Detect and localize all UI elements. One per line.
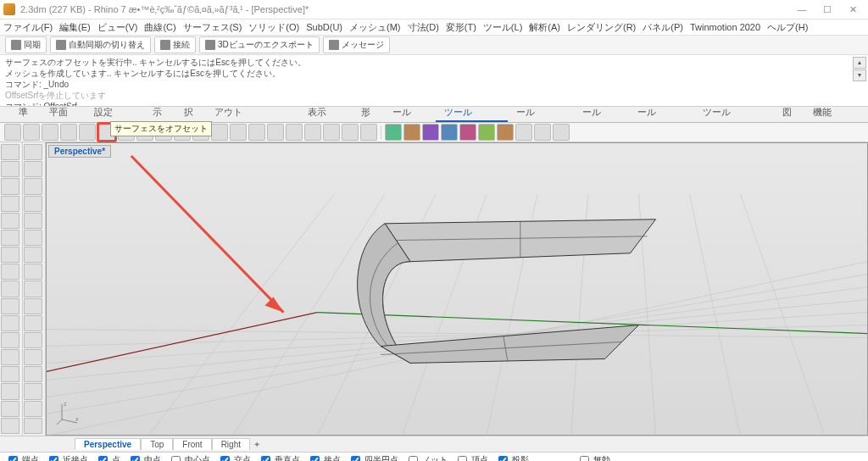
menu-render[interactable]: レンダリング(R) [567,21,636,34]
tool-icon[interactable] [534,124,551,141]
tool-icon[interactable] [441,124,458,141]
viewtab-perspective[interactable]: Perspective [75,438,141,450]
tool-icon[interactable] [497,124,514,141]
tool-icon[interactable] [515,124,532,141]
tool-icon[interactable] [24,161,42,177]
tool-icon[interactable] [24,264,42,280]
tool-icon[interactable] [459,124,476,141]
tool-icon[interactable] [1,366,19,382]
menu-tools[interactable]: ツール(L) [483,21,522,34]
side-toolbar-left [0,142,23,436]
menu-dim[interactable]: 寸法(D) [408,21,439,34]
viewtab-right[interactable]: Right [212,438,250,450]
menu-file[interactable]: ファイル(F) [3,21,53,34]
menu-panel[interactable]: パネル(P) [643,21,683,34]
svg-text:z: z [64,401,67,407]
tool-icon[interactable] [42,124,58,141]
tool-icon[interactable] [1,213,19,229]
tool-icon[interactable] [385,124,402,141]
osnap-bar: 端点 近接点 点 中点 中心点 交点 垂直点 接点 四半円点 ノット 頂点 投影… [0,452,868,461]
tool-icon[interactable] [24,418,42,434]
tool-icon[interactable] [1,230,19,246]
menu-analyze[interactable]: 解析(A) [529,21,560,34]
sync-button[interactable]: 同期 [5,36,47,53]
tool-icon[interactable] [24,401,42,417]
tool-icon[interactable] [4,124,21,141]
model-surface [358,219,656,364]
menu-view[interactable]: ビュー(V) [97,21,138,34]
tool-icon[interactable] [24,196,42,212]
connect-button[interactable]: 接続 [154,36,196,53]
tool-icon[interactable] [24,178,42,194]
osnap-end: 端点 [5,453,39,462]
maximize-button[interactable]: ☐ [815,2,839,17]
tool-icon[interactable] [1,264,19,280]
menu-help[interactable]: ヘルプ(H) [767,21,808,34]
osnap-near: 近接点 [46,453,88,462]
tool-icon[interactable] [24,366,42,382]
viewport[interactable]: Perspective* [46,142,868,436]
tool-icon[interactable] [1,161,19,177]
tool-icon[interactable] [1,332,19,348]
cmd-scroll-up-icon[interactable]: ▴ [853,57,866,69]
tool-icon[interactable] [1,144,19,160]
viewport-canvas [47,143,867,436]
command-area[interactable]: サーフェスのオフセットを実行中.. キャンセルするにはEscを押してください。 … [0,55,868,107]
tool-icon[interactable] [1,349,19,365]
menu-mesh[interactable]: メッシュ(M) [349,21,401,34]
tool-icon[interactable] [1,196,19,212]
tool-icon[interactable] [24,213,42,229]
tool-icon[interactable] [553,124,570,141]
tool-icon[interactable] [1,280,19,297]
tool-icon[interactable] [24,230,42,246]
tool-icon[interactable] [1,401,19,417]
menu-edit[interactable]: 編集(E) [59,21,91,34]
menu-subd[interactable]: SubD(U) [306,22,342,32]
tool-icon[interactable] [1,315,19,331]
viewtab-front[interactable]: Front [173,438,211,450]
menu-xform[interactable]: 変形(T) [446,21,476,34]
tool-icon[interactable] [24,280,42,297]
tool-icon[interactable] [248,124,265,141]
tool-icon[interactable] [24,298,42,314]
close-button[interactable]: ✕ [841,2,865,17]
tool-icon[interactable] [1,247,19,263]
export-icon [205,40,215,50]
tool-icon[interactable] [24,144,42,160]
tool-icon[interactable] [79,124,96,141]
tool-icon[interactable] [286,124,303,141]
tool-icon[interactable] [267,124,284,141]
cmd-scroll-down-icon[interactable]: ▾ [853,69,866,81]
tool-icon[interactable] [1,418,19,434]
export3d-button[interactable]: 3Dビューのエクスポート [199,36,320,53]
tooltip: サーフェスをオフセット [110,121,212,136]
menu-curve[interactable]: 曲線(C) [144,21,175,34]
add-viewtab-button[interactable]: ✦ [250,440,264,449]
viewtab-top[interactable]: Top [141,438,173,450]
tool-icon[interactable] [24,349,42,365]
tool-icon[interactable] [24,383,42,399]
tool-icon[interactable] [1,383,19,399]
tool-icon[interactable] [323,124,340,141]
minimize-button[interactable]: ― [790,2,814,17]
menu-twinmotion[interactable]: Twinmotion 2020 [690,22,760,32]
tool-icon[interactable] [403,124,420,141]
tool-icon[interactable] [360,124,377,141]
tool-icon[interactable] [1,178,19,194]
message-button[interactable]: メッセージ [323,36,390,53]
tool-icon[interactable] [211,124,228,141]
tool-icon[interactable] [24,315,42,331]
tool-icon[interactable] [24,247,42,263]
tool-icon[interactable] [230,124,247,141]
tool-icon[interactable] [422,124,439,141]
tool-icon[interactable] [24,332,42,348]
tool-icon[interactable] [478,124,495,141]
tool-icon[interactable] [304,124,321,141]
tool-icon[interactable] [23,124,40,141]
tool-icon[interactable] [60,124,77,141]
autosync-button[interactable]: 自動同期の切り替え [50,36,151,53]
menu-solid[interactable]: ソリッド(O) [248,21,299,34]
menu-surface[interactable]: サーフェス(S) [183,21,242,34]
tool-icon[interactable] [342,124,359,141]
tool-icon[interactable] [1,298,19,314]
